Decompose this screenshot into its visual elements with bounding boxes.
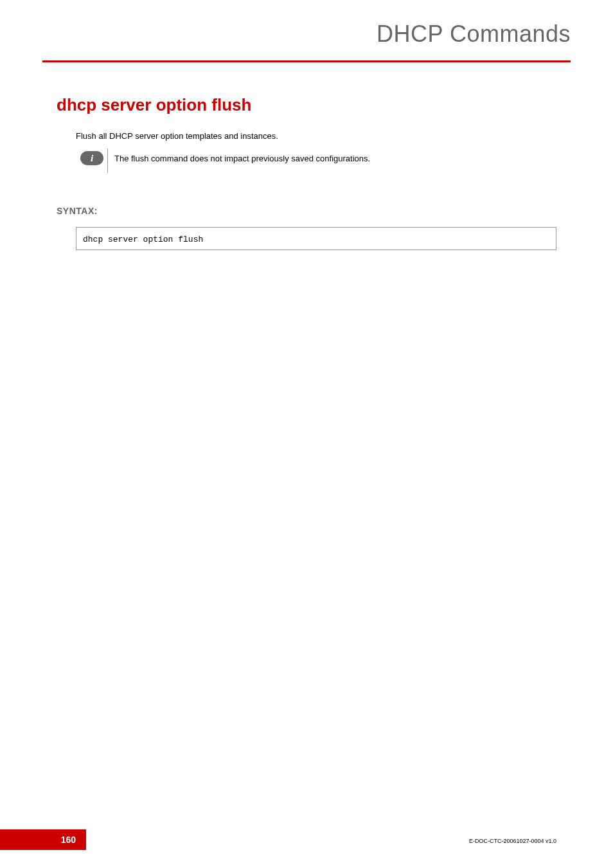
footer-doc-id: E-DOC-CTC-20061027-0004 v1.0 bbox=[469, 838, 556, 844]
header-title: DHCP Commands bbox=[377, 21, 571, 47]
syntax-box: dhcp server option flush bbox=[76, 227, 556, 250]
syntax-label: SYNTAX: bbox=[57, 206, 98, 216]
header-rule bbox=[42, 60, 571, 62]
info-divider bbox=[107, 149, 108, 173]
info-note-text: The flush command does not impact previo… bbox=[114, 151, 370, 163]
command-title: dhcp server option flush bbox=[57, 95, 251, 115]
info-icon: i bbox=[80, 151, 103, 165]
page-number: 160 bbox=[61, 835, 76, 845]
info-note-row: i The flush command does not impact prev… bbox=[80, 151, 370, 173]
command-description: Flush all DHCP server option templates a… bbox=[76, 131, 278, 141]
page-header: DHCP Commands bbox=[42, 21, 571, 48]
syntax-code: dhcp server option flush bbox=[83, 235, 203, 244]
footer-page-box: 160 bbox=[0, 829, 86, 850]
